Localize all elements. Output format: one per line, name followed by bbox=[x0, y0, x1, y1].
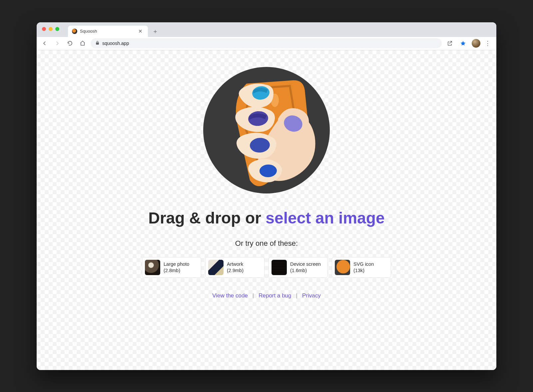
headline-prefix: Drag & drop or bbox=[148, 209, 266, 227]
close-window-button[interactable] bbox=[42, 27, 46, 31]
maximize-window-button[interactable] bbox=[55, 27, 59, 31]
forward-button[interactable] bbox=[53, 39, 62, 48]
sample-label: Large photo bbox=[164, 261, 189, 267]
window-controls bbox=[42, 27, 59, 31]
minimize-window-button[interactable] bbox=[49, 27, 53, 31]
report-bug-link[interactable]: Report a bug bbox=[259, 292, 291, 299]
sample-size: (1.6mb) bbox=[290, 267, 321, 273]
sample-label: Artwork bbox=[227, 261, 244, 267]
menu-button[interactable]: ⋮ bbox=[484, 40, 491, 46]
browser-window: Squoosh ✕ ＋ squoosh.app bbox=[37, 22, 496, 370]
squoosh-logo-icon bbox=[200, 64, 333, 197]
sample-size: (13k) bbox=[353, 267, 374, 273]
reload-button[interactable] bbox=[65, 39, 75, 48]
sample-artwork[interactable]: Artwork (2.9mb) bbox=[205, 257, 265, 278]
sample-size: (2.9mb) bbox=[227, 267, 244, 273]
favicon-icon bbox=[72, 29, 77, 34]
profile-avatar[interactable] bbox=[472, 39, 480, 48]
lock-icon bbox=[95, 41, 100, 46]
sample-device-screen[interactable]: Device screen (1.6mb) bbox=[268, 257, 328, 278]
sample-label: Device screen bbox=[290, 261, 321, 267]
thumb-device-icon bbox=[271, 260, 287, 275]
subheadline: Or try one of these: bbox=[235, 239, 298, 248]
thumb-artwork-icon bbox=[208, 260, 224, 275]
back-button[interactable] bbox=[40, 39, 49, 48]
footer-links: View the code | Report a bug | Privacy bbox=[212, 292, 320, 299]
page-content[interactable]: Drag & drop or select an image Or try on… bbox=[37, 50, 496, 370]
address-bar[interactable]: squoosh.app bbox=[91, 38, 442, 48]
browser-toolbar: squoosh.app ⋮ bbox=[37, 37, 496, 50]
sample-row: Large photo (2.8mb) Artwork (2.9mb) Devi… bbox=[142, 257, 391, 278]
tab-title: Squoosh bbox=[80, 29, 137, 34]
url-text: squoosh.app bbox=[102, 41, 129, 46]
bookmark-star-icon[interactable] bbox=[458, 39, 468, 48]
select-image-link[interactable]: select an image bbox=[266, 209, 385, 227]
sample-label: SVG icon bbox=[353, 261, 374, 267]
view-code-link[interactable]: View the code bbox=[212, 292, 248, 299]
separator-icon: | bbox=[253, 292, 254, 299]
home-button[interactable] bbox=[78, 39, 87, 48]
thumb-large-photo-icon bbox=[145, 260, 160, 275]
sample-size: (2.8mb) bbox=[164, 267, 189, 273]
tab-strip: Squoosh ✕ ＋ bbox=[37, 22, 496, 37]
privacy-link[interactable]: Privacy bbox=[302, 292, 321, 299]
sample-svg-icon[interactable]: SVG icon (13k) bbox=[332, 257, 391, 278]
sample-large-photo[interactable]: Large photo (2.8mb) bbox=[142, 257, 201, 278]
headline: Drag & drop or select an image bbox=[148, 209, 385, 227]
toolbar-right: ⋮ bbox=[445, 39, 493, 48]
thumb-svg-icon bbox=[335, 260, 350, 275]
open-external-icon[interactable] bbox=[445, 39, 454, 48]
close-tab-button[interactable]: ✕ bbox=[137, 28, 144, 34]
browser-tab[interactable]: Squoosh ✕ bbox=[68, 26, 148, 37]
new-tab-button[interactable]: ＋ bbox=[151, 27, 160, 36]
separator-icon: | bbox=[296, 292, 297, 299]
